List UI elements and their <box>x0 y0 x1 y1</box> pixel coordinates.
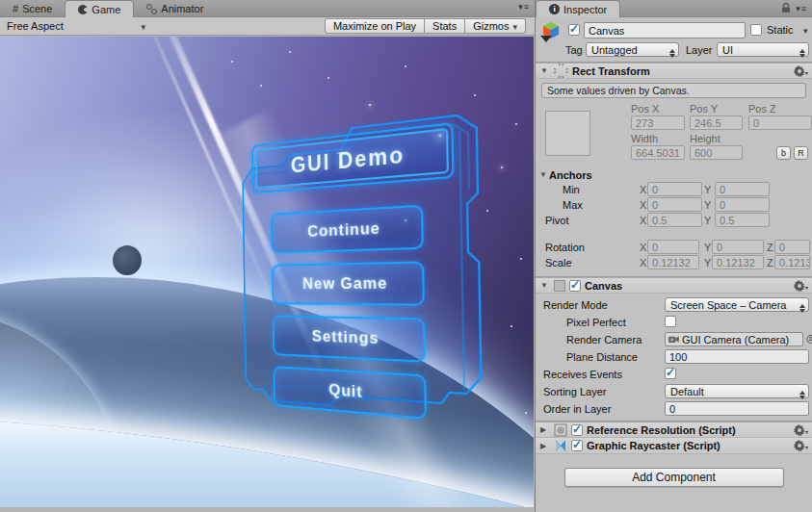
tab-game-label: Game <box>92 4 120 15</box>
chevron-down-icon <box>141 20 145 32</box>
game-pane: Scene Game Animator Free Aspect Maximize… <box>0 0 535 512</box>
reference-resolution-enabled-checkbox[interactable] <box>571 424 583 436</box>
anchors-min-x-field[interactable]: 0 <box>647 182 702 196</box>
foldout-arrow-icon[interactable] <box>540 281 550 290</box>
layer-dropdown[interactable]: UI <box>717 42 809 57</box>
pos-y-field[interactable]: 246.5 <box>690 115 743 130</box>
scale-row: Scale X 0.12132 Y 0.12132 Z 0.12132 <box>539 255 808 270</box>
scale-x-field[interactable]: 0.12132 <box>647 255 699 269</box>
rotation-z-field[interactable]: 0 <box>774 240 810 254</box>
add-component-button[interactable]: Add Component <box>564 468 784 487</box>
star <box>515 123 517 125</box>
order-in-layer-field[interactable]: 0 <box>665 401 809 416</box>
plane-distance-field[interactable]: 100 <box>665 349 809 364</box>
chevron-down-icon <box>512 20 517 32</box>
rect-transform-header[interactable]: Rect Transform <box>536 63 812 79</box>
inspector-panel: i Inspector <box>535 0 812 512</box>
tag-layer-row: Tag Untagged Layer UI <box>539 41 808 60</box>
rotation-row: Rotation X 0 Y 0 Z 0 <box>539 240 808 255</box>
aspect-ratio-dropdown[interactable]: Free Aspect <box>0 17 152 35</box>
canvas-component-header[interactable]: Canvas <box>536 277 812 294</box>
pixel-perfect-checkbox[interactable] <box>665 316 676 327</box>
menu-button-settings[interactable]: Settings <box>273 316 426 363</box>
star <box>289 51 291 53</box>
stats-button[interactable]: Stats <box>425 18 465 34</box>
scale-z-field[interactable]: 0.12132 <box>774 255 810 269</box>
moon-silhouette <box>113 245 142 275</box>
height-label: Height <box>690 133 743 144</box>
camera-icon <box>668 335 679 344</box>
star <box>405 65 406 67</box>
sorting-layer-dropdown[interactable]: Default <box>665 384 809 398</box>
pixel-perfect-row: Pixel Perfect <box>539 314 808 330</box>
pivot-y-field[interactable]: 0.5 <box>715 213 770 227</box>
reference-resolution-icon <box>554 423 567 437</box>
object-picker-icon[interactable] <box>806 332 812 345</box>
height-field[interactable]: 600 <box>690 145 743 160</box>
foldout-arrow-icon[interactable] <box>540 425 550 434</box>
tab-animator[interactable]: Animator <box>134 0 216 17</box>
anchors-min-y-field[interactable]: 0 <box>715 182 770 196</box>
tab-inspector[interactable]: i Inspector <box>536 0 620 17</box>
gear-icon[interactable] <box>794 280 808 292</box>
game-toolbar: Free Aspect Maximize on Play Stats Gizmo… <box>0 17 535 36</box>
menu-button-continue[interactable]: Continue <box>271 205 424 254</box>
rotation-y-field[interactable]: 0 <box>712 240 764 254</box>
maximize-on-play-button[interactable]: Maximize on Play <box>325 18 425 34</box>
lock-icon[interactable] <box>781 3 791 13</box>
tag-dropdown[interactable]: Untagged <box>586 42 679 57</box>
anchors-foldout[interactable]: Anchors <box>539 167 808 182</box>
object-header: Canvas Static <box>539 20 808 41</box>
anchor-preview-box[interactable] <box>545 111 590 156</box>
star <box>327 77 329 79</box>
static-dropdown-icon[interactable] <box>803 24 808 36</box>
star <box>520 258 522 260</box>
pivot-x-field[interactable]: 0.5 <box>647 213 702 227</box>
receives-events-checkbox[interactable] <box>665 368 676 379</box>
canvas-title: Canvas <box>585 280 622 292</box>
scene-icon <box>13 3 18 14</box>
graphic-raycaster-header[interactable]: Graphic Raycaster (Script) <box>536 438 812 454</box>
scale-y-field[interactable]: 0.12132 <box>712 255 764 269</box>
tab-game[interactable]: Game <box>65 0 134 17</box>
menu-button-new-game[interactable]: New Game <box>272 261 425 305</box>
static-checkbox[interactable] <box>750 24 762 36</box>
render-camera-object-field[interactable]: GUI Camera (Camera) <box>665 332 803 346</box>
gear-icon[interactable] <box>794 65 808 77</box>
pane-menu-icon[interactable] <box>518 2 530 12</box>
active-checkbox[interactable] <box>568 24 580 36</box>
canvas-enabled-checkbox[interactable] <box>569 280 581 292</box>
tab-scene[interactable]: Scene <box>0 0 65 17</box>
foldout-arrow-icon[interactable] <box>540 66 550 75</box>
raw-edit-mode-button[interactable]: R <box>794 146 808 160</box>
dropdown-arrows-icon <box>669 46 675 61</box>
game-menu-panel: GUI Demo Continue New Game Settings Quit <box>234 94 495 433</box>
pos-z-label: Pos Z <box>748 103 812 115</box>
pos-x-field[interactable]: 273 <box>631 115 685 130</box>
blueprint-mode-button[interactable]: b <box>776 146 791 160</box>
rotation-x-field[interactable]: 0 <box>647 240 699 254</box>
foldout-arrow-icon <box>539 170 549 179</box>
gizmos-dropdown[interactable]: Gizmos <box>465 18 526 34</box>
rect-transform-title: Rect Transform <box>572 65 650 77</box>
anchors-max-y-field[interactable]: 0 <box>715 197 770 212</box>
plane-distance-row: Plane Distance 100 <box>539 348 808 365</box>
graphic-raycaster-enabled-checkbox[interactable] <box>571 440 583 451</box>
star <box>525 412 527 414</box>
tab-animator-label: Animator <box>161 3 203 14</box>
graphic-raycaster-icon <box>554 439 567 452</box>
pos-z-field[interactable]: 0 <box>748 115 812 130</box>
inspector-menu-icon[interactable] <box>796 4 807 13</box>
gear-icon[interactable] <box>794 424 808 436</box>
aspect-ratio-value: Free Aspect <box>7 20 64 32</box>
foldout-arrow-icon[interactable] <box>540 442 550 450</box>
reference-resolution-header[interactable]: Reference Resolution (Script) <box>536 422 812 438</box>
add-component-area: Add Component <box>539 468 808 487</box>
anchors-max-x-field[interactable]: 0 <box>647 197 702 212</box>
object-name-field[interactable]: Canvas <box>584 22 746 38</box>
canvas-cube-icon[interactable] <box>541 20 563 41</box>
render-mode-dropdown[interactable]: Screen Space – Camera <box>665 297 809 312</box>
star <box>511 325 512 327</box>
width-field[interactable]: 664.5031 <box>631 145 685 160</box>
gear-icon[interactable] <box>794 440 808 451</box>
